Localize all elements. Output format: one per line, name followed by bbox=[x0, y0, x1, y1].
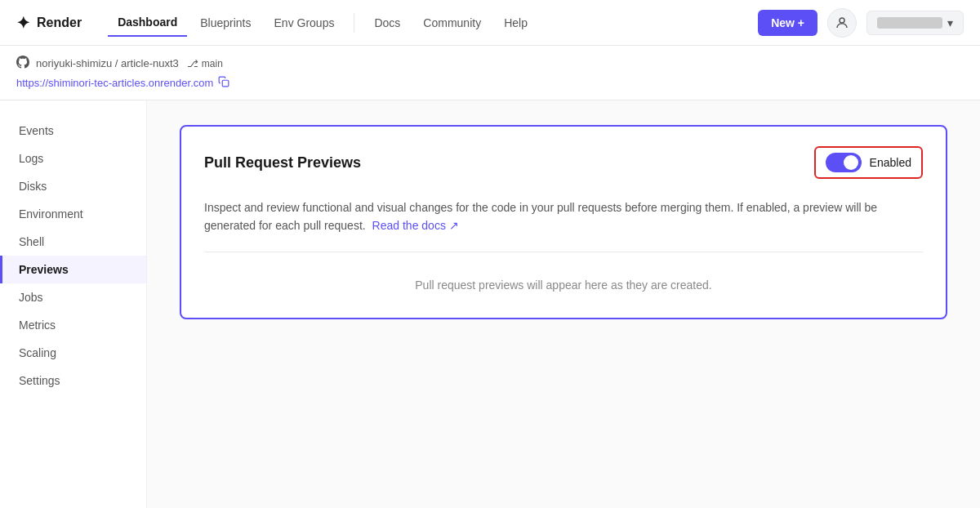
breadcrumb: noriyuki-shimizu / article-nuxt3 ⎇ main bbox=[16, 56, 964, 71]
nav-docs[interactable]: Docs bbox=[364, 10, 410, 36]
main-nav: Dashboard Blueprints Env Groups Docs Com… bbox=[108, 9, 758, 37]
branch-badge: ⎇ main bbox=[187, 58, 223, 69]
card-title: Pull Request Previews bbox=[204, 154, 361, 172]
logo-icon: ✦ bbox=[16, 13, 30, 33]
card-description: Inspect and review functional and visual… bbox=[181, 198, 946, 252]
repo-name: noriyuki-shimizu / article-nuxt3 bbox=[36, 57, 179, 69]
empty-state-text: Pull request previews will appear here a… bbox=[415, 279, 711, 292]
sub-header: noriyuki-shimizu / article-nuxt3 ⎇ main … bbox=[0, 46, 980, 100]
new-button[interactable]: New + bbox=[758, 10, 817, 36]
nav-community[interactable]: Community bbox=[413, 10, 491, 36]
account-selector[interactable]: ▾ bbox=[866, 11, 964, 35]
sidebar-label-scaling: Scaling bbox=[19, 346, 56, 359]
main-layout: Events Logs Disks Environment Shell Prev… bbox=[0, 100, 980, 508]
nav-divider bbox=[354, 13, 354, 33]
header-right: New + ▾ bbox=[758, 8, 964, 38]
toggle-track bbox=[826, 153, 862, 172]
github-icon bbox=[16, 56, 29, 71]
svg-rect-1 bbox=[223, 80, 229, 87]
nav-blueprints[interactable]: Blueprints bbox=[190, 10, 261, 36]
sidebar-label-events: Events bbox=[19, 124, 54, 137]
sidebar-item-previews[interactable]: Previews bbox=[0, 256, 146, 283]
toggle-container[interactable]: Enabled bbox=[814, 146, 923, 179]
sidebar-item-disks[interactable]: Disks bbox=[0, 172, 146, 200]
avatar-button[interactable] bbox=[827, 8, 857, 38]
read-docs-link[interactable]: Read the docs ↗ bbox=[372, 219, 459, 232]
chevron-down-icon: ▾ bbox=[947, 16, 953, 29]
main-content: Pull Request Previews Enabled Inspect an… bbox=[147, 100, 980, 508]
account-name bbox=[877, 17, 942, 29]
sidebar-label-shell: Shell bbox=[19, 235, 44, 248]
sidebar-label-disks: Disks bbox=[19, 180, 47, 193]
sidebar-item-environment[interactable]: Environment bbox=[0, 200, 146, 228]
header: ✦ Render Dashboard Blueprints Env Groups… bbox=[0, 0, 980, 46]
sidebar-item-scaling[interactable]: Scaling bbox=[0, 339, 146, 367]
toggle-label: Enabled bbox=[870, 156, 911, 169]
toggle-thumb bbox=[844, 155, 858, 170]
branch-name: main bbox=[202, 58, 223, 69]
sidebar-item-events[interactable]: Events bbox=[0, 117, 146, 145]
url-text: https://shiminori-tec-articles.onrender.… bbox=[16, 77, 213, 89]
branch-icon: ⎇ bbox=[187, 58, 198, 69]
description-text: Inspect and review functional and visual… bbox=[204, 201, 877, 232]
sidebar-item-settings[interactable]: Settings bbox=[0, 367, 146, 394]
copy-icon bbox=[218, 76, 229, 90]
logo-text: Render bbox=[37, 16, 82, 30]
nav-help[interactable]: Help bbox=[494, 10, 537, 36]
sidebar-label-jobs: Jobs bbox=[19, 291, 43, 304]
sidebar-item-shell[interactable]: Shell bbox=[0, 228, 146, 256]
service-url[interactable]: https://shiminori-tec-articles.onrender.… bbox=[16, 76, 964, 90]
nav-env-groups[interactable]: Env Groups bbox=[265, 10, 345, 36]
sidebar-label-metrics: Metrics bbox=[19, 319, 56, 332]
sidebar-label-logs: Logs bbox=[19, 152, 43, 165]
sidebar-label-environment: Environment bbox=[19, 207, 83, 221]
sidebar: Events Logs Disks Environment Shell Prev… bbox=[0, 100, 147, 508]
card-header: Pull Request Previews Enabled bbox=[181, 127, 946, 198]
nav-dashboard[interactable]: Dashboard bbox=[108, 9, 187, 37]
sidebar-item-logs[interactable]: Logs bbox=[0, 145, 146, 172]
sidebar-item-jobs[interactable]: Jobs bbox=[0, 283, 146, 311]
sidebar-item-metrics[interactable]: Metrics bbox=[0, 311, 146, 339]
sidebar-label-settings: Settings bbox=[19, 374, 60, 387]
sidebar-label-previews: Previews bbox=[19, 263, 69, 276]
logo: ✦ Render bbox=[16, 13, 82, 33]
card-empty-state: Pull request previews will appear here a… bbox=[181, 252, 946, 318]
previews-card: Pull Request Previews Enabled Inspect an… bbox=[180, 125, 947, 319]
svg-point-0 bbox=[840, 18, 844, 23]
pull-request-previews-toggle[interactable] bbox=[826, 153, 862, 172]
